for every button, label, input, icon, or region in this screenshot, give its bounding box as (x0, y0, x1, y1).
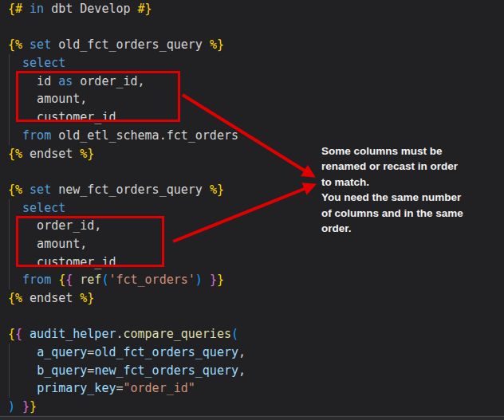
code-token: compare_queries (124, 327, 231, 341)
code-token: a_query (37, 345, 87, 359)
code-token: old_fct_orders_query (51, 37, 210, 52)
annotation-note-line: to match. (321, 175, 501, 190)
annotation-note-line: You need the same number (321, 190, 501, 205)
code-token: ) (8, 399, 15, 414)
panel-divider (0, 416, 504, 420)
code-token: set (30, 37, 51, 52)
code-token: { (8, 327, 15, 341)
code-line: from old_etl_schema.fct_orders (8, 127, 504, 145)
annotation-note-line: Some columns must be (321, 143, 501, 159)
annotation-note-line: renamed or recast in order (321, 159, 501, 174)
code-token: ( (231, 327, 238, 341)
code-token (22, 183, 30, 197)
code-token: = (116, 381, 123, 395)
code-token: "order_id" (124, 381, 195, 395)
code-token: endset (22, 147, 80, 161)
code-token: #} (138, 2, 152, 16)
code-token (15, 399, 22, 414)
annotation-note-line: of columns and in the same (321, 206, 501, 221)
code-token: {% (8, 37, 22, 52)
code-line (8, 18, 504, 37)
code-token: } (22, 399, 30, 414)
code-line: ) }} (8, 398, 504, 416)
code-token: {% (8, 183, 22, 197)
code-token: from (22, 128, 51, 143)
code-token: } (30, 399, 37, 414)
code-token: %} (210, 37, 224, 52)
code-token: ref (80, 273, 101, 287)
code-token (51, 273, 58, 287)
code-token (22, 327, 30, 341)
code-token: %} (80, 147, 94, 161)
code-token: old_fct_orders_query (94, 345, 238, 359)
highlight-box-new-columns (16, 216, 164, 267)
code-token (8, 56, 22, 70)
code-token: 'fct_orders' (108, 273, 195, 287)
code-token: set (30, 183, 51, 197)
indent-guide (9, 199, 10, 289)
code-token: ) (195, 273, 203, 287)
code-line: {{ audit_helper.compare_queries( (8, 325, 504, 343)
code-line: {% set old_fct_orders_query %} (8, 36, 504, 54)
code-token (22, 37, 30, 52)
code-line: from {{ ref('fct_orders') }} (8, 271, 504, 289)
code-token: in (30, 2, 44, 16)
code-token (8, 201, 22, 215)
code-token: old_etl_schema.fct_orders (51, 128, 238, 143)
code-token: endset (22, 291, 80, 305)
code-token: { (65, 273, 73, 287)
code-token: {# (8, 2, 22, 16)
code-line: b_query=new_fct_orders_query, (8, 362, 504, 380)
code-token (8, 363, 37, 378)
code-token: primary_key (37, 381, 116, 395)
highlight-box-old-columns (16, 71, 180, 122)
code-token: new_fct_orders_query (94, 363, 238, 378)
code-token (22, 2, 30, 16)
code-token: %} (80, 291, 94, 305)
code-token: . (116, 327, 123, 341)
code-token: {% (8, 291, 22, 305)
code-token: { (15, 327, 22, 341)
annotation-note: Some columns must berenamed or recast in… (321, 143, 501, 236)
code-token: { (58, 273, 65, 287)
code-line: a_query=old_fct_orders_query, (8, 343, 504, 362)
code-token: dbt Develop (44, 2, 137, 16)
code-token (8, 128, 22, 143)
code-token: %} (210, 183, 224, 197)
code-line: {# in dbt Develop #} (8, 0, 504, 18)
code-token (8, 345, 37, 359)
code-line: primary_key="order_id" (8, 379, 504, 398)
code-token: from (22, 273, 51, 287)
code-token: , (238, 345, 246, 359)
code-token: b_query (37, 363, 87, 378)
code-line: select (8, 54, 504, 73)
code-token (8, 273, 22, 287)
indent-guide (9, 54, 10, 145)
code-token: } (210, 273, 217, 287)
indent-guide (9, 343, 10, 398)
annotation-note-line: order. (321, 221, 501, 236)
dbt-develop-editor-screenshot: {# in dbt Develop #}{% set old_fct_order… (0, 0, 504, 420)
code-token: audit_helper (30, 327, 116, 341)
code-token: select (22, 56, 65, 70)
code-token (73, 273, 80, 287)
code-token (203, 273, 210, 287)
code-token: new_fct_orders_query (51, 183, 210, 197)
code-token: select (22, 201, 65, 215)
code-token: } (217, 273, 224, 287)
code-token (8, 381, 37, 395)
code-line (8, 308, 504, 326)
code-line: {% endset %} (8, 289, 504, 308)
code-token: {% (8, 147, 22, 161)
code-token: , (238, 363, 246, 378)
